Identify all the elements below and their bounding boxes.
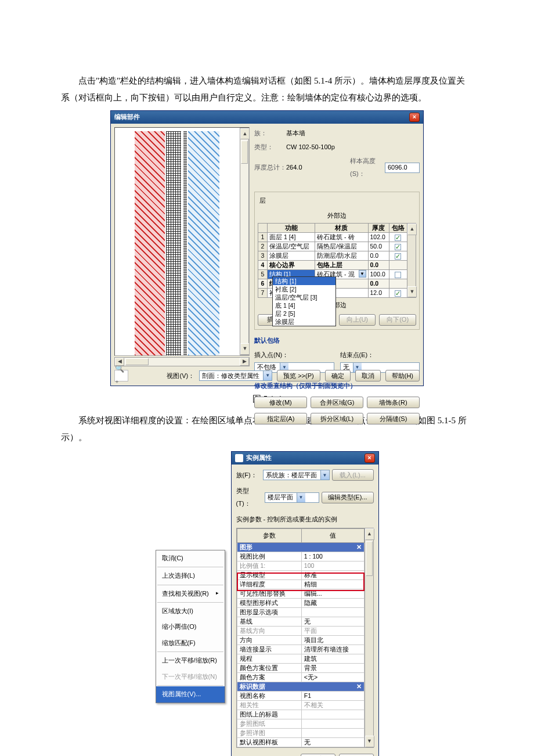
scroll-down-icon[interactable]: ▼ (240, 343, 250, 355)
table-vscrollbar[interactable]: ▲ ▼ (407, 223, 416, 298)
menu-item[interactable]: 上一次平移/缩放(R) (156, 653, 225, 668)
titlebar[interactable]: 实例属性 × (232, 452, 378, 465)
scroll-right-icon[interactable]: ▶ (240, 358, 249, 366)
table-row[interactable]: 详细程度精细 (237, 579, 364, 589)
menu-item[interactable]: 上次选择(L) (156, 568, 225, 584)
type-label: 类型(T)： (236, 485, 262, 510)
table-row[interactable]: 颜色方案<无> (237, 672, 364, 682)
preview-vscrollbar[interactable]: ▲ ▼ (240, 128, 249, 355)
checkbox-icon[interactable] (395, 290, 401, 297)
edit-type-button[interactable]: 编辑类型(E)... (322, 492, 374, 503)
checkbox-icon[interactable] (395, 235, 401, 241)
view-label: 视图(V)： (167, 370, 194, 382)
menu-item[interactable]: 缩小两倍(O) (156, 619, 225, 635)
table-row[interactable]: 基线方向平面 (237, 626, 364, 635)
table-row[interactable]: 方向项目北 (237, 635, 364, 645)
table-row[interactable]: 基线无 (237, 617, 364, 626)
table-row[interactable]: 2保温层/空气层隔热层/保温层50.0 (258, 242, 407, 251)
table-row[interactable]: 比例值 1:100 (237, 561, 364, 570)
scroll-down-icon[interactable]: ▼ (407, 286, 417, 298)
type-label: 类型： (254, 141, 286, 153)
table-vscrollbar[interactable]: ▲ ▼ (365, 528, 373, 747)
dropdown-item[interactable]: 衬底 [2] (273, 285, 335, 293)
menu-item[interactable]: 视图属性(V)... (156, 686, 225, 702)
dropdown-item[interactable]: 底 1 [4] (273, 301, 335, 309)
table-row[interactable]: 模型图形样式隐藏 (237, 598, 364, 607)
table-row[interactable]: 视图名称F1 (237, 691, 364, 700)
family-label: 族： (254, 127, 286, 139)
menu-item[interactable]: 取消(C) (156, 550, 225, 566)
view-combo[interactable]: 剖面：修改类型属性▼ (199, 370, 272, 381)
assign-layer-button[interactable]: 指定层(A) (254, 413, 307, 424)
split-line-button[interactable]: 分隔缝(S) (367, 413, 420, 424)
chevron-down-icon[interactable]: ▼ (263, 371, 272, 380)
col-material[interactable]: 材质 (315, 224, 368, 233)
properties-table[interactable]: 参数值 图形✕视图比例1 : 100比例值 1:100显示模型标准详细程度精细可… (237, 528, 365, 747)
checkbox-icon[interactable] (395, 244, 401, 250)
dialog-edit-assembly: 编辑部件 × (110, 110, 424, 386)
menu-item[interactable]: 缩放匹配(F) (156, 635, 225, 651)
dropdown-item[interactable]: 结构 [1] (273, 277, 335, 285)
table-row[interactable]: 4核心边界包络上层0.0 (258, 261, 407, 270)
zoom-icon[interactable]: 🔍⁺ (114, 370, 128, 381)
table-row[interactable]: 可见性/图形替换编辑... (237, 589, 364, 598)
layer-masonry-icon (188, 131, 219, 355)
context-menu[interactable]: 取消(C)上次选择(L)查找相关视图(R)区域放大(I)缩小两倍(O)缩放匹配(… (156, 550, 225, 703)
scroll-up-icon[interactable]: ▲ (365, 528, 374, 540)
col-wrap[interactable]: 包络 (389, 224, 407, 233)
sample-height-field[interactable]: 6096.0 (385, 163, 420, 173)
merge-region-button[interactable]: 合并区域(G) (311, 397, 363, 408)
table-row[interactable]: 视图比例1 : 100 (237, 552, 364, 561)
type-combo[interactable]: 楼层平面▼ (265, 492, 319, 503)
move-down-button: 向下(O) (379, 314, 416, 326)
function-dropdown-list[interactable]: 结构 [1]衬底 [2]温层/空气层 [3]底 1 [4]层 2 [5]涂膜层 (272, 276, 336, 326)
instance-note: 实例参数 - 控制所选或要生成的实例 (236, 513, 374, 525)
table-row[interactable]: 默认视图样板无 (237, 737, 364, 747)
table-row[interactable]: 颜色方案位置背景 (237, 663, 364, 672)
wall-sweep-button[interactable]: 墙饰条(R) (367, 397, 420, 408)
table-row[interactable]: 规程建筑 (237, 654, 364, 663)
chevron-down-icon[interactable]: ▼ (320, 470, 329, 480)
split-region-button[interactable]: 拆分区域(L) (311, 413, 363, 424)
chevron-down-icon[interactable]: ▼ (297, 493, 305, 502)
titlebar[interactable]: 编辑部件 × (111, 111, 423, 124)
cancel-button[interactable]: 取消 (355, 370, 381, 381)
close-icon[interactable]: × (365, 453, 375, 463)
family-combo[interactable]: 系统族：楼层平面▼ (263, 470, 330, 480)
property-group[interactable]: 标识数据✕ (237, 682, 364, 691)
checkbox-icon[interactable] (395, 253, 401, 260)
menu-item[interactable]: 查找相关视图(R) (156, 586, 225, 602)
scroll-down-icon[interactable]: ▼ (365, 736, 374, 747)
cancel-button[interactable]: 取消 (339, 754, 374, 756)
dropdown-item[interactable]: 涂膜层 (273, 318, 335, 326)
table-row[interactable]: 3涂膜层防潮层/防水层0.0 (258, 251, 407, 261)
col-param[interactable]: 参数 (237, 529, 301, 542)
col-function[interactable]: 功能 (268, 224, 315, 233)
table-row[interactable]: 参照详图 (237, 728, 364, 737)
ok-button[interactable]: 确定 (325, 370, 351, 381)
table-row[interactable]: 1面层 1 [4]砖石建筑 - 砖102.0 (258, 233, 407, 242)
table-row[interactable]: 图形显示选项 (237, 607, 364, 617)
ok-button[interactable]: 确定 (301, 754, 335, 756)
modify-button[interactable]: 修改(M) (254, 397, 307, 408)
scroll-up-icon[interactable]: ▲ (240, 128, 250, 140)
table-row[interactable]: 参照图纸 (237, 719, 364, 728)
dropdown-item[interactable]: 层 2 [5] (273, 309, 335, 318)
scroll-left-icon[interactable]: ◀ (115, 358, 124, 366)
preview-hscrollbar[interactable]: ◀ ▶ (114, 357, 250, 366)
layers-group-label: 层 (258, 195, 268, 207)
help-button[interactable]: 帮助(H) (385, 370, 420, 381)
property-group[interactable]: 图形✕ (237, 542, 364, 552)
checkbox-icon[interactable] (395, 272, 401, 278)
dropdown-item[interactable]: 温层/空气层 [3] (273, 293, 335, 301)
table-row[interactable]: 图纸上的标题 (237, 710, 364, 719)
table-row[interactable]: 相关性不相关 (237, 700, 364, 710)
table-row[interactable]: 墙连接显示清理所有墙连接 (237, 645, 364, 654)
table-row[interactable]: 显示模型标准 (237, 570, 364, 579)
menu-item[interactable]: 区域放大(I) (156, 603, 225, 619)
col-thickness[interactable]: 厚度 (368, 224, 389, 233)
preview-button[interactable]: 预览 >>(P) (277, 370, 320, 381)
scroll-up-icon[interactable]: ▲ (407, 224, 417, 235)
close-icon[interactable]: × (409, 113, 420, 122)
col-value[interactable]: 值 (301, 529, 364, 542)
